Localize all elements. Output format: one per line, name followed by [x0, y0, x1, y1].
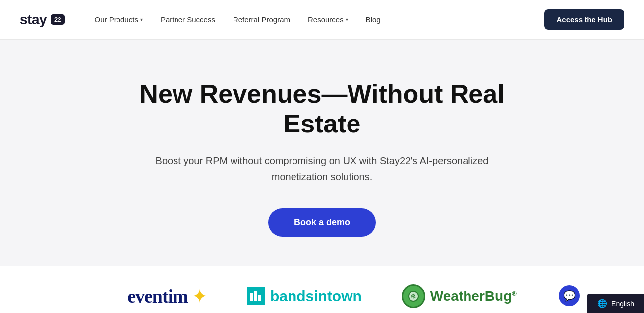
- nav-link-referral[interactable]: Referral Program: [233, 15, 290, 24]
- logo-link[interactable]: stay 22: [20, 12, 65, 28]
- navbar: stay 22 Our Products ▾ Partner Success R…: [0, 0, 644, 40]
- nav-item-blog[interactable]: Blog: [366, 15, 381, 24]
- hero-title: New Revenues—Without Real Estate: [124, 79, 521, 139]
- globe-icon: 🌐: [597, 299, 607, 308]
- svg-rect-2: [258, 295, 261, 301]
- hero-subtitle: Boost your RPM without compromising on U…: [154, 153, 491, 185]
- book-demo-button[interactable]: Book a demo: [268, 208, 376, 237]
- bandsintown-text: bandsintown: [270, 288, 362, 305]
- chat-bubble-button[interactable]: 💬: [559, 285, 580, 306]
- chevron-down-icon: ▾: [346, 17, 348, 22]
- svg-text:❄: ❄: [410, 292, 416, 300]
- hero-section: New Revenues—Without Real Estate Boost y…: [0, 40, 644, 266]
- chat-icon: 💬: [563, 290, 576, 302]
- nav-link-blog[interactable]: Blog: [366, 15, 381, 24]
- language-bar[interactable]: 🌐 English: [587, 294, 644, 313]
- eventim-text: eventim: [127, 285, 188, 307]
- weatherbug-logo: ❄ WeatherBug®: [402, 284, 517, 308]
- nav-link-partner[interactable]: Partner Success: [161, 15, 215, 24]
- logo-text: stay: [20, 12, 47, 28]
- language-label: English: [611, 300, 634, 308]
- chevron-down-icon: ▾: [140, 17, 143, 22]
- nav-item-referral[interactable]: Referral Program: [233, 15, 290, 24]
- logos-strip: eventim ✦ bandsintown ❄ WeatherBug®: [0, 266, 644, 313]
- nav-link-resources[interactable]: Resources ▾: [308, 15, 348, 24]
- nav-link-products[interactable]: Our Products ▾: [95, 15, 143, 24]
- access-hub-button[interactable]: Access the Hub: [544, 9, 624, 30]
- logo-badge: 22: [51, 14, 64, 25]
- svg-rect-0: [250, 293, 253, 301]
- svg-rect-1: [254, 291, 257, 301]
- weatherbug-icon: ❄: [402, 284, 425, 308]
- eventim-star-icon: ✦: [192, 287, 208, 306]
- bandsintown-logo: bandsintown: [247, 287, 362, 305]
- nav-item-products[interactable]: Our Products ▾: [95, 15, 143, 24]
- bandsintown-icon: [247, 287, 265, 305]
- nav-item-resources[interactable]: Resources ▾: [308, 15, 348, 24]
- nav-links: Our Products ▾ Partner Success Referral …: [95, 15, 545, 24]
- eventim-logo: eventim ✦: [127, 285, 208, 307]
- nav-item-partner[interactable]: Partner Success: [161, 15, 215, 24]
- weatherbug-text: WeatherBug®: [430, 288, 517, 304]
